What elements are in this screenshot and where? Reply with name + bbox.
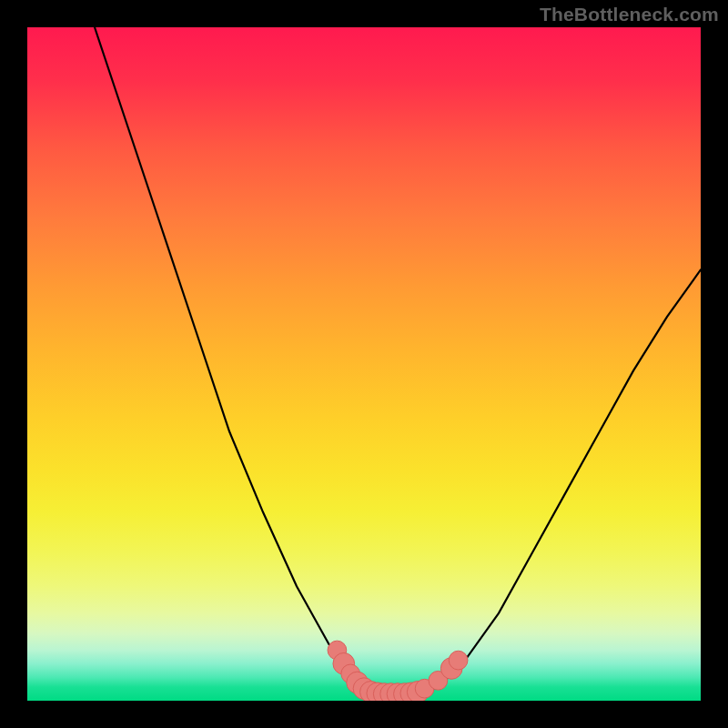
curve-markers (328, 641, 468, 701)
left-curve (95, 27, 370, 691)
curve-layer (27, 27, 701, 701)
plot-area (27, 27, 701, 701)
marker-dot (449, 651, 468, 670)
right-curve (431, 269, 701, 691)
watermark-text: TheBottleneck.com (540, 4, 719, 25)
chart-frame: TheBottleneck.com (0, 0, 728, 728)
